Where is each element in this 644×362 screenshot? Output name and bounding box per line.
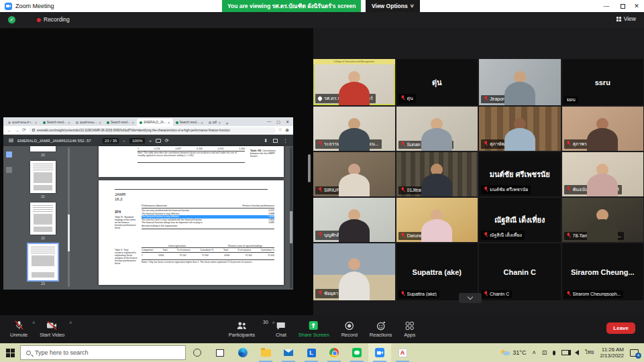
clock[interactable]: 11:26 AM 2/13/2022 [600,347,624,359]
chat-button[interactable]: Chat [270,315,292,343]
participant-tile[interactable]: 01Jitravadee (MAM) [396,152,478,196]
tab-close-icon[interactable]: ✕ [131,121,134,125]
browser-tab[interactable]: คุณลักษณะทา...✕ [5,119,40,126]
close-button[interactable]: ✕ [629,0,644,12]
page-thumbnail[interactable] [30,146,56,152]
browser-window-controls[interactable]: —▢✕ [263,119,293,126]
participant-tile[interactable]: ระธรรม บอเกิด ผสบ.สอน... [313,107,395,151]
cortana-button[interactable] [186,343,209,362]
new-tab-button[interactable]: + [225,121,228,126]
tab-close-icon[interactable]: ✕ [201,121,203,125]
reactions-button[interactable]: Reactions [364,315,398,343]
participant-tile[interactable]: ssrussru [562,59,644,105]
file-explorer-button[interactable] [254,343,277,362]
language-indicator[interactable]: ไทย [585,350,594,355]
rotate-icon[interactable]: ⟳ [165,138,169,143]
tab-close-icon[interactable]: ✕ [168,121,170,125]
recording-dot-icon [37,18,41,22]
bookmark-star-icon[interactable]: ☆ [278,127,282,133]
refresh-icon[interactable]: ⟳ [22,127,26,133]
more-icon[interactable]: ⋮ [283,138,288,143]
view-button[interactable]: View [616,15,636,22]
participant-tile[interactable]: Darunee Boonsuit [396,198,478,242]
attachment-panel-icon[interactable] [6,167,12,173]
start-video-button[interactable]: Start Video ˄ [34,315,70,343]
participant-tile[interactable]: บุญศักดิ์ ช้า [313,198,395,242]
share-screen-button[interactable]: Share Screen [292,315,335,343]
view-options-button[interactable]: View Options˅ [366,0,420,12]
participant-tile[interactable]: SIRIUPA BOONSIRI [313,152,395,196]
tab-close-icon[interactable]: ✕ [68,121,70,125]
participant-tile[interactable]: 78-Tammasarit Junjur... [562,198,644,242]
participant-tile[interactable]: มนต์ชัย ศรีเพชรนัยมนต์ชัย ศรีเพชรนัย [479,152,561,196]
participant-tile[interactable]: พันธนันท์ ทิพย์แผ่นโชติ [562,152,644,196]
apps-button[interactable]: Apps [398,315,421,343]
taskbar-search-input[interactable]: Type here to search [20,345,186,360]
tab-close-icon[interactable]: ✕ [218,121,221,125]
pin-icon [317,95,323,101]
pdf-page-partial: 10.2240.6970.3340.2451.000 Note: This ta… [99,146,284,177]
back-icon[interactable]: ← [7,128,12,133]
participant-tile[interactable]: Chanin CChanin C [479,243,561,300]
participant-tile[interactable]: ณัฐสิณี เด็งเที่ยงณัฐสิณี เด็งเที่ยง [479,198,561,242]
participants-scrollbar[interactable] [308,154,311,182]
line-app-button[interactable] [345,343,368,362]
zoom-taskbar-button[interactable] [368,343,391,362]
speaker-icon[interactable] [575,350,579,355]
tray-mic-icon[interactable] [553,351,555,355]
weather-widget[interactable]: 31°C [501,349,526,356]
start-button[interactable] [0,343,20,362]
record-button[interactable]: Record [335,315,364,343]
thumbnail-scrollbar[interactable] [68,147,70,287]
browser-tab[interactable]: Search resul...✕ [104,119,137,126]
video-options-chevron[interactable]: ˄ [69,320,72,325]
participant-tile[interactable]: Supattra (ake)Supattra (ake) [396,243,478,300]
browser-tab[interactable]: pdf✕ [206,119,223,126]
zoom-in-button[interactable]: + [149,139,152,143]
task-view-button[interactable] [209,343,231,362]
browser-tab[interactable]: Search resul...✕ [40,119,73,126]
acrobat-app-button[interactable]: A [391,343,414,362]
page-thumbnail[interactable] [30,161,56,193]
forward-icon[interactable]: → [15,128,19,133]
pdf-menu-icon[interactable] [9,139,13,142]
onedrive-icon[interactable]: ⊡ [542,349,547,356]
participant-tile[interactable]: College of Innovation and Managementรศ.ด… [313,59,395,105]
notification-center-icon[interactable]: 4 [630,349,639,357]
minimize-button[interactable]: — [599,0,614,12]
l-app-button[interactable]: L [300,343,323,362]
participant-tile[interactable]: ชัยยุตา [313,243,395,300]
browser-tab[interactable]: Search resul...✕ [173,119,206,126]
browser-tab[interactable]: EMERALD_JA...✕ [137,119,172,126]
zoom-out-button[interactable]: − [123,139,125,143]
mail-app-button[interactable] [277,343,300,362]
hidden-icons-chevron[interactable]: ˄ [532,349,535,356]
profile-icon[interactable]: ◉ [285,127,289,133]
browser-tab[interactable]: คุณลักษณะ...✕ [73,119,104,126]
tab-close-icon[interactable]: ✕ [34,121,37,125]
participant-tile[interactable]: Sirarom Cheung...Sirarom Cheungsoph... [562,243,644,300]
participants-button[interactable]: Participants 30 ˄ [223,315,270,343]
leave-button[interactable]: Leave [606,322,635,334]
participant-tile[interactable]: สุภาพร ประจงใจ [562,107,644,151]
page-thumbnail[interactable] [30,202,56,235]
print-icon[interactable] [273,139,278,143]
collapse-gallery-button[interactable] [459,293,482,303]
download-icon[interactable]: ⬇ [264,138,268,143]
thumbnail-panel-icon[interactable] [6,152,12,158]
url-field[interactable]: emerald.com/insight/content/doi/10.1108/… [29,127,276,133]
unmute-button[interactable]: Unmute ˄ [4,315,34,343]
pdf-scrollbar[interactable] [290,147,292,288]
fit-page-icon[interactable] [156,139,161,143]
participant-tile[interactable]: สุภาษัฒย์ ศิลาโต [479,107,561,151]
participant-tile[interactable]: ดุ่นดุ่น [396,59,478,105]
tab-close-icon[interactable]: ✕ [99,121,101,125]
chrome-app-button[interactable] [323,343,345,362]
page-thumbnail[interactable] [28,244,58,280]
participant-tile[interactable]: Sunan Horsaengchai [396,107,478,151]
viewing-banner: You are viewing รศ.ดร.บัณฑิต ผังนิรันดร์… [222,0,361,12]
maximize-button[interactable] [615,0,630,12]
edge-app-button[interactable] [231,343,254,362]
participant-tile[interactable]: Jiraporn Sawasdiruk [479,59,561,105]
page-indicator[interactable]: 23 / 35 [103,138,119,143]
